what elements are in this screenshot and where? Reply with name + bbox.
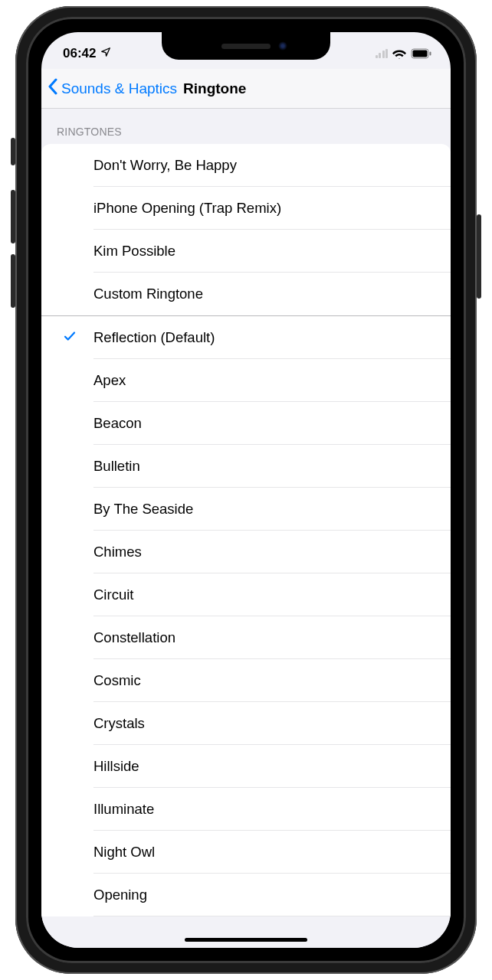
ringtone-item[interactable]: Crystals: [41, 702, 451, 745]
ringtone-item[interactable]: Opening: [41, 874, 451, 916]
ringtone-label: iPhone Opening (Trap Remix): [93, 200, 281, 217]
status-time: 06:42: [63, 46, 96, 61]
checkmark-icon: [62, 329, 77, 347]
ringtone-label: Constellation: [93, 629, 175, 646]
svg-rect-2: [430, 52, 431, 56]
ringtone-item[interactable]: Illuminate: [41, 788, 451, 831]
home-indicator[interactable]: [185, 938, 307, 942]
ringtone-item[interactable]: iPhone Opening (Trap Remix): [41, 187, 451, 230]
wifi-icon: [392, 48, 406, 59]
ringtone-item[interactable]: Constellation: [41, 616, 451, 659]
device-outer-bezel: 06:42: [15, 6, 477, 974]
row-divider: [93, 916, 451, 916]
svg-rect-1: [413, 51, 428, 57]
section-header: RINGTONES: [41, 109, 451, 144]
cellular-icon: [376, 49, 389, 58]
nav-title: Ringtone: [183, 80, 246, 97]
ringtone-label: Cosmic: [93, 672, 141, 689]
ringtone-item[interactable]: Reflection (Default): [41, 316, 451, 359]
ringtone-item[interactable]: Custom Ringtone: [41, 273, 451, 315]
content[interactable]: RINGTONES Don't Worry, Be HappyiPhone Op…: [41, 109, 451, 948]
ringtone-item[interactable]: Apex: [41, 359, 451, 402]
ringtone-label: Custom Ringtone: [93, 286, 203, 302]
back-label: Sounds & Haptics: [61, 80, 177, 97]
ringtone-item[interactable]: Kim Possible: [41, 230, 451, 273]
power-button: [477, 214, 481, 299]
ringtone-label: Bulletin: [93, 458, 140, 475]
ringtone-item[interactable]: Don't Worry, Be Happy: [41, 144, 451, 187]
ringtone-label: Crystals: [93, 715, 145, 732]
ringtone-label: By The Seaside: [93, 501, 193, 518]
screen: 06:42: [41, 32, 451, 948]
ringtone-label: Apex: [93, 372, 126, 389]
ringtone-label: Reflection (Default): [93, 329, 215, 346]
chevron-left-icon: [48, 78, 58, 98]
ringtone-label: Illuminate: [93, 801, 154, 818]
ringtone-item[interactable]: Bulletin: [41, 445, 451, 488]
ringtone-label: Night Owl: [93, 844, 155, 861]
nav-bar: Sounds & Haptics Ringtone: [41, 69, 451, 109]
ringtone-label: Don't Worry, Be Happy: [93, 157, 237, 174]
ringtone-item[interactable]: Hillside: [41, 745, 451, 788]
battery-icon: [411, 48, 432, 59]
custom-ringtones-list: Don't Worry, Be HappyiPhone Opening (Tra…: [41, 144, 451, 315]
ringtone-label: Opening: [93, 887, 147, 903]
ringtone-label: Kim Possible: [93, 243, 175, 260]
ringtone-label: Beacon: [93, 415, 142, 432]
device-inner-bezel: 06:42: [26, 17, 466, 963]
notch: [162, 32, 330, 60]
ringtone-label: Hillside: [93, 758, 139, 775]
ringtone-item[interactable]: Cosmic: [41, 659, 451, 702]
location-icon: [100, 46, 111, 61]
system-ringtones-list: Reflection (Default)ApexBeaconBulletinBy…: [41, 316, 451, 916]
back-button[interactable]: Sounds & Haptics: [48, 80, 177, 98]
ringtone-label: Circuit: [93, 586, 133, 603]
ringtone-item[interactable]: Night Owl: [41, 831, 451, 874]
ringtone-item[interactable]: Chimes: [41, 531, 451, 573]
ringtone-item[interactable]: Beacon: [41, 402, 451, 445]
ringtone-item[interactable]: Circuit: [41, 573, 451, 616]
device-frame: 06:42: [0, 0, 492, 980]
front-camera: [278, 41, 287, 51]
status-right: [376, 42, 433, 59]
ringtone-item[interactable]: By The Seaside: [41, 488, 451, 531]
speaker-grille: [221, 44, 271, 49]
ringtone-label: Chimes: [93, 544, 142, 560]
status-left: 06:42: [63, 40, 111, 61]
